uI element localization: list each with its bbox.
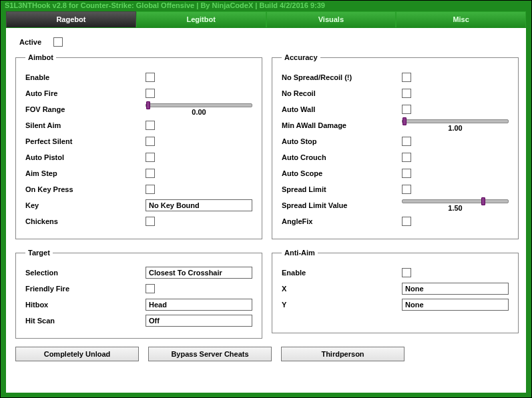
minawall-slider[interactable] <box>402 119 509 123</box>
main-panel: Active Aimbot Enable Auto Fire FOV Range… <box>6 28 526 393</box>
autoscope-label: Auto Scope <box>282 169 402 177</box>
key-field[interactable]: No Key Bound <box>146 199 252 211</box>
aimbot-enable-label: Enable <box>25 73 146 81</box>
ff-label: Friendly Fire <box>25 285 146 293</box>
minawall-value: 1.00 <box>448 124 462 132</box>
silent-checkbox[interactable] <box>146 121 155 130</box>
fov-slider[interactable] <box>146 103 252 107</box>
anglefix-checkbox[interactable] <box>402 217 411 226</box>
aimbot-legend: Aimbot <box>25 53 56 61</box>
target-legend: Target <box>25 249 53 257</box>
title-bar: S1L3NTHook v2.8 for Counter-Strike: Glob… <box>1 1 531 11</box>
autofire-label: Auto Fire <box>25 89 146 97</box>
active-row: Active <box>6 28 526 53</box>
bypass-button[interactable]: Bypass Server Cheats <box>148 347 272 361</box>
key-label: Key <box>25 201 146 209</box>
autowall-checkbox[interactable] <box>402 105 411 114</box>
spreadlimit-label: Spread Limit <box>282 185 402 193</box>
spreadlimit-value: 1.50 <box>448 204 462 212</box>
psilent-label: Perfect Silent <box>25 137 146 145</box>
tab-misc[interactable]: Misc <box>396 11 526 27</box>
aa-y-field[interactable]: None <box>402 299 509 311</box>
anglefix-label: AngleFix <box>282 217 402 225</box>
aa-enable-checkbox[interactable] <box>402 268 411 277</box>
fov-label: FOV Range <box>25 105 146 113</box>
nospread-label: No Spread/Recoil (!) <box>282 73 402 81</box>
tab-visuals[interactable]: Visuals <box>266 11 396 27</box>
aa-x-field[interactable]: None <box>402 283 509 295</box>
chickens-label: Chickens <box>25 217 146 225</box>
active-label: Active <box>19 38 41 46</box>
onkey-checkbox[interactable] <box>146 185 155 194</box>
thirdperson-button[interactable]: Thirdperson <box>281 347 405 361</box>
active-checkbox[interactable] <box>53 37 63 47</box>
chickens-checkbox[interactable] <box>146 217 155 226</box>
aa-x-label: X <box>282 285 402 293</box>
tab-bar: Ragebot Legitbot Visuals Misc <box>1 11 531 27</box>
accuracy-legend: Accuracy <box>282 53 320 61</box>
autowall-label: Auto Wall <box>282 105 402 113</box>
target-group: Target SelectionClosest To Crosshair Fri… <box>15 249 262 339</box>
ff-checkbox[interactable] <box>146 284 155 293</box>
selection-field[interactable]: Closest To Crosshair <box>146 267 252 279</box>
onkey-label: On Key Press <box>25 185 146 193</box>
aimbot-group: Aimbot Enable Auto Fire FOV Range 0.00 S… <box>15 53 262 239</box>
norecoil-label: No Recoil <box>282 89 402 97</box>
autopistol-label: Auto Pistol <box>25 153 146 161</box>
aimbot-enable-checkbox[interactable] <box>146 73 155 82</box>
minawall-label: Min AWall Damage <box>282 121 402 129</box>
tab-ragebot[interactable]: Ragebot <box>6 11 136 27</box>
psilent-checkbox[interactable] <box>146 137 155 146</box>
unload-button[interactable]: Completely Unload <box>15 347 139 361</box>
window-frame: S1L3NTHook v2.8 for Counter-Strike: Glob… <box>0 0 532 398</box>
spreadlimitv-label: Spread Limit Value <box>282 201 402 209</box>
accuracy-group: Accuracy No Spread/Recoil (!) No Recoil … <box>272 53 519 239</box>
antiaim-group: Anti-Aim Enable XNone YNone <box>272 249 519 333</box>
hitscan-field[interactable]: Off <box>146 315 252 327</box>
aimstep-checkbox[interactable] <box>146 169 155 178</box>
spreadlimit-slider[interactable] <box>402 199 509 203</box>
aimstep-label: Aim Step <box>25 169 146 177</box>
fov-value: 0.00 <box>192 108 206 116</box>
hitscan-label: Hit Scan <box>25 317 146 325</box>
nospread-checkbox[interactable] <box>402 73 411 82</box>
autostop-label: Auto Stop <box>282 137 402 145</box>
tab-legitbot[interactable]: Legitbot <box>136 11 266 27</box>
hitbox-field[interactable]: Head <box>146 299 252 311</box>
autocrouch-label: Auto Crouch <box>282 153 402 161</box>
autofire-checkbox[interactable] <box>146 89 155 98</box>
autoscope-checkbox[interactable] <box>402 169 411 178</box>
hitbox-label: Hitbox <box>25 301 146 309</box>
autostop-checkbox[interactable] <box>402 137 411 146</box>
button-row: Completely Unload Bypass Server Cheats T… <box>6 339 526 361</box>
aa-enable-label: Enable <box>282 269 402 277</box>
silent-label: Silent Aim <box>25 121 146 129</box>
left-column: Aimbot Enable Auto Fire FOV Range 0.00 S… <box>15 53 262 339</box>
antiaim-legend: Anti-Aim <box>282 249 318 257</box>
selection-label: Selection <box>25 269 146 277</box>
aa-y-label: Y <box>282 301 402 309</box>
columns: Aimbot Enable Auto Fire FOV Range 0.00 S… <box>6 53 526 339</box>
spreadlimit-checkbox[interactable] <box>402 185 411 194</box>
autocrouch-checkbox[interactable] <box>402 153 411 162</box>
window-title: S1L3NTHook v2.8 for Counter-Strike: Glob… <box>5 1 325 9</box>
right-column: Accuracy No Spread/Recoil (!) No Recoil … <box>272 53 519 339</box>
autopistol-checkbox[interactable] <box>146 153 155 162</box>
norecoil-checkbox[interactable] <box>402 89 411 98</box>
